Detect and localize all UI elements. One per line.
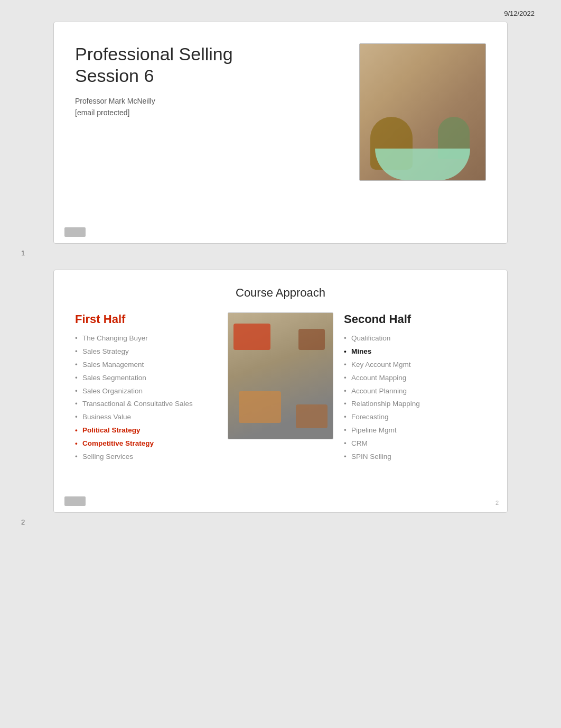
list-item: CRM	[344, 439, 486, 449]
second-half-column: Second Half Qualification Mines Key Acco…	[339, 312, 486, 465]
slide-1: Professional Selling Session 6 Professor…	[53, 22, 508, 244]
list-item: Forecasting	[344, 412, 486, 422]
img2-shape2	[298, 329, 325, 350]
img2-shape3	[239, 391, 281, 423]
footer-logo	[64, 227, 86, 237]
slide-2-footer	[64, 496, 90, 506]
slide-1-text: Professional Selling Session 6 Professor…	[75, 43, 349, 118]
list-item: Sales Segmentation	[75, 373, 217, 383]
slide-2-page-number: 2	[495, 500, 499, 506]
slide-1-title: Professional Selling Session 6	[75, 43, 349, 87]
list-item: SPIN Selling	[344, 452, 486, 462]
slide-2-body: First Half The Changing Buyer Sales Stra…	[75, 312, 486, 465]
list-item: Key Account Mgmt	[344, 360, 486, 370]
slide-professor: Professor Mark McNeilly [email protected…	[75, 95, 349, 119]
slide-2-title: Course Approach	[75, 286, 486, 300]
second-half-list: Qualification Mines Key Account Mgmt Acc…	[344, 334, 486, 462]
list-item: Pipeline Mgmt	[344, 426, 486, 436]
slide-2-wrapper: Course Approach First Half The Changing …	[21, 270, 540, 528]
img2-shape4	[296, 404, 328, 428]
slide-2: Course Approach First Half The Changing …	[53, 270, 508, 513]
slide-1-outside-number: 1	[21, 247, 540, 259]
list-item-mines: Mines	[344, 347, 486, 357]
slide-1-image-inner	[360, 44, 485, 180]
slide2-image	[228, 312, 333, 439]
first-half-title: First Half	[75, 312, 217, 326]
slide-title-line2: Session 6	[75, 66, 154, 86]
slide-2-outside-number: 2	[21, 516, 540, 528]
slide-title-line1: Professional Selling	[75, 44, 233, 64]
footer-logo-2	[64, 496, 86, 506]
image-bowl	[375, 149, 470, 180]
list-item: The Changing Buyer	[75, 334, 217, 344]
list-item: Sales Management	[75, 360, 217, 370]
list-item: Sales Strategy	[75, 347, 217, 357]
list-item-competitive-strategy: Competitive Strategy	[75, 439, 217, 449]
first-half-list: The Changing Buyer Sales Strategy Sales …	[75, 334, 217, 462]
slide-1-footer	[64, 227, 90, 237]
list-item: Account Mapping	[344, 373, 486, 383]
list-item: Transactional & Consultative Sales	[75, 399, 217, 409]
first-half-column: First Half The Changing Buyer Sales Stra…	[75, 312, 222, 465]
slide-1-image	[359, 43, 486, 181]
date-header: 9/12/2022	[21, 5, 540, 22]
list-item: Relationship Mapping	[344, 399, 486, 409]
list-item: Business Value	[75, 412, 217, 422]
second-half-title: Second Half	[344, 312, 486, 326]
list-item: Qualification	[344, 334, 486, 344]
img2-shape1	[233, 324, 270, 350]
professor-email: [email protected]	[75, 107, 349, 118]
list-item: Selling Services	[75, 452, 217, 462]
list-item-political-strategy: Political Strategy	[75, 426, 217, 436]
list-item: Sales Organization	[75, 386, 217, 397]
professor-name: Professor Mark McNeilly	[75, 95, 349, 107]
slide-2-center-image	[228, 312, 333, 439]
list-item: Account Planning	[344, 386, 486, 397]
slide-1-wrapper: Professional Selling Session 6 Professor…	[21, 22, 540, 259]
slide-1-content: Professional Selling Session 6 Professor…	[75, 43, 486, 181]
